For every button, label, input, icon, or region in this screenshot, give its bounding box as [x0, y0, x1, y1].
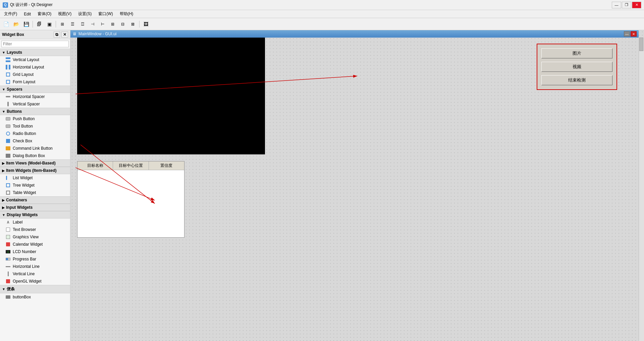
sidebar-item-check-box[interactable]: Check Box — [0, 137, 70, 145]
text-browser-icon — [5, 227, 11, 232]
sidebar-item-buttonbox-label: buttonBox — [13, 295, 31, 299]
video-button[interactable]: 视频 — [541, 62, 612, 72]
sidebar-float-btn[interactable]: ⧉ — [54, 32, 60, 38]
sidebar-item-tool-button[interactable]: Tool Button — [0, 123, 70, 130]
sidebar-item-text-browser[interactable]: Text Browser — [0, 226, 70, 233]
sidebar-item-vertical-spacer-label: Vertical Spacer — [13, 102, 40, 106]
sidebar-item-dialog-button-box[interactable]: Dialog Button Box — [0, 152, 70, 159]
category-layouts[interactable]: ▼ Layouts — [0, 49, 70, 56]
spacer-v-icon — [5, 101, 11, 107]
scrollbar-thumb[interactable] — [639, 38, 643, 51]
spacer-h-icon — [5, 94, 11, 99]
toolbar-layout7[interactable]: ⊟ — [118, 19, 127, 29]
sidebar-item-lcd-number[interactable]: 1 LCD Number — [0, 248, 70, 255]
category-containers-arrow: ▶ — [2, 198, 5, 202]
toolbar-layout6[interactable]: ⊞ — [108, 19, 117, 29]
toolbar-layout5[interactable]: ⊢ — [98, 19, 107, 29]
category-display-widgets-label: Display Widgets — [7, 212, 38, 217]
menu-file[interactable]: 文件(F) — [1, 10, 20, 17]
sidebar-item-tree-widget-label: Tree Widget — [13, 183, 35, 188]
category-display-widgets-arrow: ▼ — [2, 213, 5, 217]
toolbar-layout8[interactable]: ⊠ — [128, 19, 138, 29]
sidebar-item-opengl-label: OpenGL Widget — [13, 279, 42, 284]
category-containers[interactable]: ▶ Containers — [0, 196, 70, 204]
title-bar: Q Qt 设计师 - Qt Designer — ❐ ✕ — [0, 0, 644, 10]
sidebar-item-form-layout-label: Form Layout — [13, 80, 35, 84]
toolbar-open[interactable]: 📂 — [11, 19, 21, 29]
sidebar-item-label[interactable]: A Label — [0, 218, 70, 226]
toolbar-sep2 — [56, 21, 56, 28]
sidebar-item-grid-layout[interactable]: Grid Layout — [0, 71, 70, 78]
sidebar-item-buttonbox[interactable]: buttonBox — [0, 293, 70, 301]
minimize-button[interactable]: — — [612, 2, 621, 8]
menu-window2[interactable]: 窗口(W) — [96, 10, 115, 17]
category-buttons-arrow: ▼ — [2, 110, 5, 113]
video-display-area — [77, 37, 265, 154]
toolbar-paste[interactable]: ▣ — [45, 19, 54, 29]
sub-window-close[interactable]: ✕ — [631, 31, 637, 37]
canvas-scrollbar-v[interactable] — [639, 38, 644, 341]
category-shortcuts[interactable]: ▼ 便条 — [0, 285, 70, 293]
radio-button-icon — [5, 131, 11, 136]
toolbar-layout3[interactable]: ☲ — [78, 19, 87, 29]
menu-edit[interactable]: Edit — [21, 11, 34, 17]
category-display-widgets[interactable]: ▼ Display Widgets — [0, 211, 70, 218]
sidebar-item-opengl-widget[interactable]: OpenGL Widget — [0, 278, 70, 285]
sidebar-item-radio-button[interactable]: Radio Button — [0, 130, 70, 137]
tree-widget-icon — [5, 183, 11, 188]
category-item-views[interactable]: ▶ Item Views (Model-Based) — [0, 159, 70, 167]
sidebar-item-horizontal-spacer[interactable]: Horizontal Spacer — [0, 93, 70, 100]
toolbar-new[interactable]: 📄 — [1, 19, 11, 29]
sub-window-minimize[interactable]: — — [624, 31, 630, 37]
sidebar-item-calendar-widget[interactable]: Calendar Widget — [0, 241, 70, 248]
sidebar-item-list-widget[interactable]: List Widget — [0, 174, 70, 182]
table-widget-icon — [5, 190, 11, 195]
menu-window[interactable]: 窗体(O) — [35, 10, 54, 17]
sub-window-titlebar: 🖥 MainWindow - GUI.ui — ✕ — [70, 30, 639, 38]
sidebar-item-tree-widget[interactable]: Tree Widget — [0, 182, 70, 189]
opengl-icon — [5, 279, 11, 284]
menu-settings[interactable]: 设置(S) — [75, 10, 94, 17]
close-button[interactable]: ✕ — [632, 2, 641, 8]
sidebar-item-vertical-layout[interactable]: Vertical Layout — [0, 56, 70, 63]
widget-filter-input[interactable] — [1, 41, 69, 47]
sidebar-item-push-button[interactable]: Push Button — [0, 115, 70, 123]
toolbar-layout1[interactable]: ⊞ — [58, 19, 67, 29]
category-spacers[interactable]: ▼ Spacers — [0, 86, 70, 93]
sidebar-item-progress-bar[interactable]: Progress Bar — [0, 255, 70, 263]
list-widget-icon — [5, 175, 11, 181]
menu-bar: 文件(F) Edit 窗体(O) 视图(V) 设置(S) 窗口(W) 帮助(H) — [0, 10, 644, 18]
sidebar-item-vertical-line[interactable]: Vertical Line — [0, 270, 70, 278]
sidebar-item-horizontal-spacer-label: Horizontal Spacer — [13, 94, 45, 99]
sub-window-icon: 🖥 — [72, 32, 76, 36]
title-bar-controls: — ❐ ✕ — [612, 2, 641, 8]
category-item-widgets[interactable]: ▶ Item Widgets (Item-Based) — [0, 167, 70, 174]
sidebar-item-command-link-button[interactable]: Command Link Button — [0, 145, 70, 152]
sidebar-item-horizontal-line[interactable]: Horizontal Line — [0, 263, 70, 270]
toolbar-preview[interactable]: 🖼 — [141, 19, 151, 29]
sidebar-item-horizontal-layout-label: Horizontal Layout — [13, 65, 44, 69]
toolbar-sep1 — [33, 21, 33, 28]
category-input-widgets[interactable]: ▶ Input Widgets — [0, 204, 70, 211]
sidebar-header-btns: ⧉ ✕ — [54, 32, 68, 38]
toolbar-layout2[interactable]: ☰ — [68, 19, 77, 29]
image-button[interactable]: 图片 — [541, 48, 612, 58]
toolbar-save[interactable]: 💾 — [21, 19, 31, 29]
sidebar-item-check-box-label: Check Box — [13, 139, 32, 143]
dialog-button-icon — [5, 153, 11, 158]
sidebar-item-graphics-view[interactable]: Graphics View — [0, 233, 70, 241]
sidebar-item-vertical-layout-label: Vertical Layout — [13, 57, 39, 62]
sidebar-item-horizontal-layout[interactable]: Horizontal Layout — [0, 63, 70, 71]
toolbar-copy[interactable]: 🗐 — [35, 19, 44, 29]
menu-help[interactable]: 帮助(H) — [117, 10, 136, 17]
toolbar-layout4[interactable]: ⊣ — [88, 19, 97, 29]
category-buttons[interactable]: ▼ Buttons — [0, 108, 70, 115]
sidebar-item-vertical-spacer[interactable]: Vertical Spacer — [0, 100, 70, 108]
stop-detection-button[interactable]: 结束检测 — [541, 75, 612, 85]
sidebar-item-table-widget[interactable]: Table Widget — [0, 189, 70, 196]
sidebar-close-btn[interactable]: ✕ — [61, 32, 68, 38]
command-link-icon — [5, 146, 11, 151]
menu-view[interactable]: 视图(V) — [55, 10, 74, 17]
restore-button[interactable]: ❐ — [622, 2, 631, 8]
sidebar-item-form-layout[interactable]: Form Layout — [0, 78, 70, 86]
